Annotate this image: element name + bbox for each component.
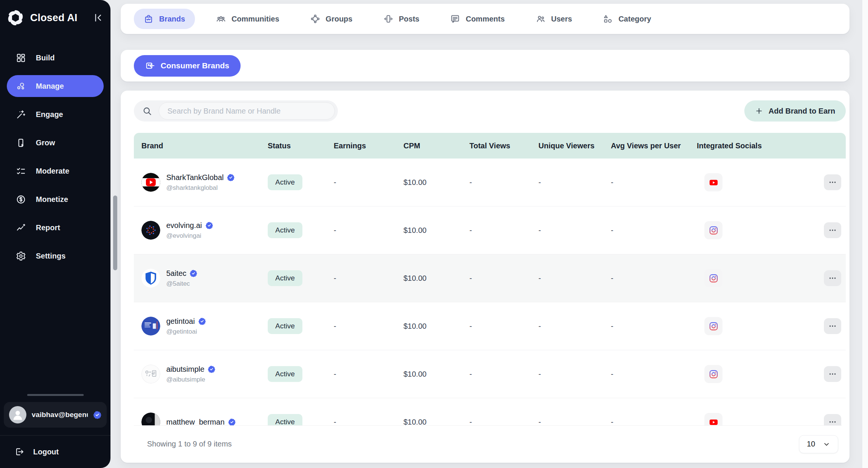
earnings-cell: - <box>326 370 396 379</box>
row-actions-button[interactable] <box>824 414 841 425</box>
actions-cell <box>816 318 846 334</box>
manage-icon <box>16 81 26 91</box>
total-views-cell: - <box>462 226 531 235</box>
sidebar-item-label: Manage <box>36 82 64 91</box>
actions-cell <box>816 222 846 238</box>
avg-views-cell: - <box>603 226 689 235</box>
brand-name: SharkTankGlobal <box>166 173 224 182</box>
row-actions-button[interactable] <box>824 366 841 382</box>
tab-label: Category <box>618 15 651 23</box>
integrated-socials-cell <box>689 365 816 383</box>
sidebar-item-manage[interactable]: Manage <box>7 75 104 97</box>
search-icon <box>142 106 152 116</box>
settings-icon <box>16 251 26 261</box>
avg-views-cell: - <box>603 322 689 331</box>
status-badge: Active <box>268 174 302 190</box>
brand-name: 5aitec <box>166 269 186 278</box>
consumer-brands-label: Consumer Brands <box>161 61 229 70</box>
tab-label: Posts <box>399 15 419 23</box>
tab-communities[interactable]: Communities <box>206 9 289 29</box>
brand-handle: @5aitec <box>166 280 197 288</box>
sidebar-item-report[interactable]: Report <box>7 217 104 239</box>
brand-cell: 5aitec@5aitec <box>134 269 260 288</box>
category-icon <box>603 14 613 24</box>
dark-person-avatar <box>141 413 160 425</box>
sidebar-item-monetize[interactable]: Monetize <box>7 188 104 210</box>
tab-label: Communities <box>232 15 279 23</box>
youtube-icon[interactable] <box>704 173 722 191</box>
integrated-socials-cell <box>689 317 816 335</box>
row-actions-button[interactable] <box>824 270 841 286</box>
brand-handle: @sharktankglobal <box>166 184 235 192</box>
column-header: Unique Viewers <box>531 142 603 150</box>
youtube-icon[interactable] <box>704 413 722 425</box>
instagram-icon[interactable] <box>704 317 722 335</box>
status-badge: Active <box>268 366 302 382</box>
unique-viewers-cell: - <box>531 226 603 235</box>
add-brand-label: Add Brand to Earn <box>768 107 835 115</box>
sidebar: Closed AI BuildManageEngageGrowModerateM… <box>0 0 110 468</box>
earnings-cell: - <box>326 322 396 331</box>
collapse-sidebar-icon[interactable] <box>92 12 103 23</box>
sidebar-item-build[interactable]: Build <box>7 47 104 69</box>
instagram-icon[interactable] <box>704 221 722 239</box>
comments-icon <box>450 14 460 24</box>
column-header: Status <box>260 142 326 150</box>
verified-badge-icon <box>198 317 206 325</box>
search-input[interactable] <box>159 102 335 120</box>
users-icon <box>536 14 546 24</box>
sidebar-scrollbar-thumb[interactable] <box>113 196 117 270</box>
sidebar-item-label: Report <box>36 223 60 232</box>
logout-label: Logout <box>33 448 59 456</box>
tab-brands[interactable]: Brands <box>134 9 195 29</box>
total-views-cell: - <box>462 418 531 426</box>
earnings-cell: - <box>326 178 396 187</box>
row-actions-button[interactable] <box>824 174 841 190</box>
sidebar-item-engage[interactable]: Engage <box>7 103 104 125</box>
add-brand-button[interactable]: Add Brand to Earn <box>744 100 846 122</box>
tab-comments[interactable]: Comments <box>440 9 514 29</box>
sidebar-footer: vaibhav@begenu... Logout <box>0 394 110 468</box>
column-header: Integrated Socials <box>689 142 816 150</box>
sidebar-item-settings[interactable]: Settings <box>7 245 104 267</box>
unique-viewers-cell: - <box>531 370 603 379</box>
entity-tabs-bar: BrandsCommunitiesGroupsPostsCommentsUser… <box>121 4 850 34</box>
integrated-socials-cell <box>689 413 816 425</box>
table-row: 5aitec@5aitecActive-$10.00--- <box>134 254 846 302</box>
instagram-icon[interactable] <box>704 269 722 287</box>
tab-label: Users <box>551 15 572 23</box>
sidebar-item-moderate[interactable]: Moderate <box>7 160 104 182</box>
integrated-socials-cell <box>689 221 816 239</box>
filter-chip-bar: Consumer Brands <box>121 50 850 82</box>
status-cell: Active <box>260 318 326 334</box>
user-account[interactable]: vaibhav@begenu... <box>4 402 107 428</box>
tab-groups[interactable]: Groups <box>301 9 362 29</box>
sidebar-item-grow[interactable]: Grow <box>7 132 104 154</box>
logout-button[interactable]: Logout <box>0 436 110 459</box>
verified-badge-icon <box>227 174 235 181</box>
instagram-icon[interactable] <box>704 365 722 383</box>
sidebar-item-label: Monetize <box>36 195 68 204</box>
row-actions-button[interactable] <box>824 318 841 334</box>
tab-posts[interactable]: Posts <box>374 9 429 29</box>
groups-icon <box>310 14 320 24</box>
status-cell: Active <box>260 366 326 382</box>
tab-label: Groups <box>326 15 353 23</box>
page-scrollbar[interactable] <box>862 0 868 468</box>
page-size-select[interactable]: 10 <box>799 435 838 453</box>
row-actions-button[interactable] <box>824 222 841 238</box>
status-badge: Active <box>268 414 302 425</box>
consumer-brands-button[interactable]: Consumer Brands <box>134 55 241 77</box>
shield-avatar <box>141 269 160 288</box>
status-badge: Active <box>268 270 302 286</box>
chevron-down-icon <box>823 440 830 448</box>
column-header: Brand <box>134 142 260 150</box>
youtube-logo-avatar <box>141 173 160 192</box>
grow-icon <box>16 138 26 148</box>
table-toolbar: Add Brand to Earn <box>121 91 850 122</box>
tab-users[interactable]: Users <box>526 9 582 29</box>
verified-badge-icon <box>205 222 213 229</box>
tab-category[interactable]: Category <box>593 9 661 29</box>
sidebar-mini-divider <box>27 394 84 396</box>
status-cell: Active <box>260 174 326 190</box>
